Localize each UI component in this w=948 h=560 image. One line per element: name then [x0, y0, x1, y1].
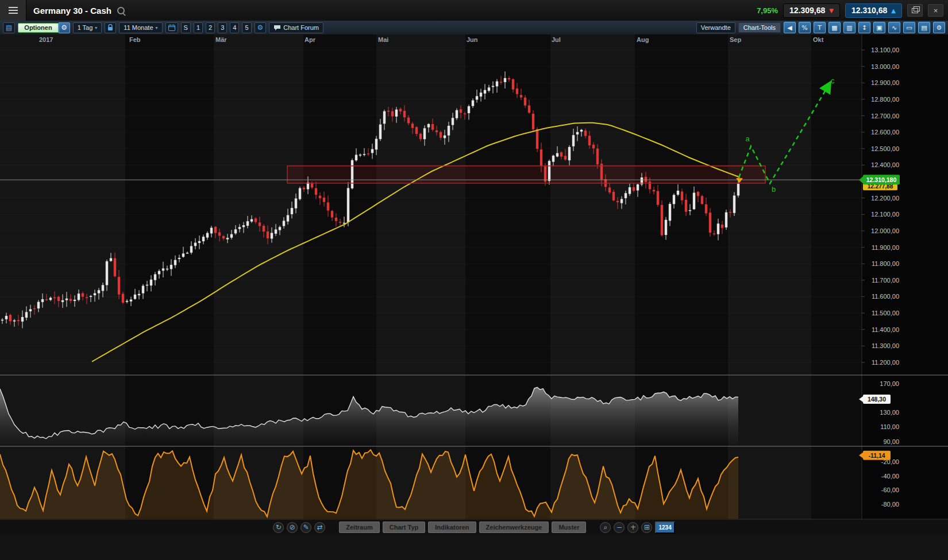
crosshair-icon[interactable]: ↕: [858, 22, 870, 33]
svg-text:-40,00: -40,00: [881, 473, 899, 480]
menu-chart-typ[interactable]: Chart Typ: [383, 522, 426, 533]
svg-text:12.400,00: 12.400,00: [871, 161, 899, 168]
title-bar: Germany 30 - Cash 7,95% 12.309,68 ▼ 12.3…: [0, 0, 948, 21]
zoom-icons: ⌕−+⊞1234: [600, 522, 675, 534]
period-dropdown[interactable]: 1 Tag▾: [73, 22, 102, 33]
lock-icon[interactable]: [105, 22, 116, 33]
sync-charts-icon[interactable]: ⇄: [314, 522, 325, 533]
zoom-level-buttons: 12345: [194, 22, 252, 33]
chart-settings-icon[interactable]: ⚙: [933, 22, 945, 33]
current-price-label: 12.310,180: [859, 175, 900, 184]
menu-icon[interactable]: [0, 0, 26, 21]
resistance-zone-fill: [287, 166, 765, 183]
svg-text:12.000,00: 12.000,00: [871, 227, 899, 234]
svg-text:b: b: [772, 185, 776, 194]
month-stripes: [0, 34, 862, 520]
buy-price-button[interactable]: 12.310,68 ▲: [845, 3, 902, 18]
svg-text:Mär: Mär: [215, 36, 227, 43]
zoom-level-2[interactable]: 2: [206, 22, 215, 33]
zoom-level-1[interactable]: 1: [194, 22, 203, 33]
svg-text:Sep: Sep: [730, 36, 741, 43]
svg-text:13.000,00: 13.000,00: [871, 63, 899, 70]
instrument-title: Germany 30 - Cash: [33, 6, 111, 16]
svg-text:c: c: [831, 76, 835, 85]
svg-text:130,00: 130,00: [880, 409, 899, 416]
back-icon[interactable]: ◀: [784, 22, 796, 33]
svg-text:11.500,00: 11.500,00: [872, 310, 899, 316]
candlestick-type-icon[interactable]: ▥: [843, 22, 855, 33]
drawing-mode-icons: ↻⊘✎⇄: [273, 522, 325, 533]
svg-text:11.700,00: 11.700,00: [872, 277, 899, 284]
svg-text:11.900,00: 11.900,00: [872, 244, 899, 251]
percent-scale-icon[interactable]: %: [799, 22, 811, 33]
zoom-tool-icon[interactable]: ⌕: [600, 522, 611, 533]
svg-text:12.200,00: 12.200,00: [871, 195, 899, 202]
svg-text:170,00: 170,00: [880, 380, 899, 387]
print-icon[interactable]: ▤: [918, 22, 930, 33]
menu-muster[interactable]: Muster: [552, 522, 586, 533]
zoom-level-3[interactable]: 3: [218, 22, 227, 33]
price-up-icon: ▲: [891, 7, 896, 14]
window-footer: [0, 535, 948, 560]
close-window-icon[interactable]: ×: [928, 4, 943, 17]
options-button[interactable]: Optionen: [18, 23, 58, 33]
svg-text:12.500,00: 12.500,00: [871, 145, 899, 152]
text-size-icon[interactable]: T: [814, 22, 826, 33]
svg-text:-11,14: -11,14: [868, 452, 885, 459]
calendar-icon[interactable]: [165, 22, 178, 33]
svg-text:-80,00: -80,00: [881, 501, 899, 508]
svg-text:12.700,00: 12.700,00: [871, 113, 899, 119]
gridlines-icon[interactable]: ▦: [828, 22, 841, 33]
chart-forum-button[interactable]: Chart Forum: [269, 22, 323, 33]
reset-zoom-icon[interactable]: ↻: [273, 522, 284, 533]
svg-text:12.900,00: 12.900,00: [871, 79, 899, 86]
value-labels-icon[interactable]: 1234: [655, 522, 675, 534]
change-percent: 7,95%: [757, 6, 778, 15]
svg-text:148,30: 148,30: [868, 396, 886, 403]
price-down-icon: ▼: [829, 7, 834, 14]
svg-text:110,00: 110,00: [880, 423, 899, 430]
options-gear-icon[interactable]: ⚙: [59, 22, 70, 33]
zoom-out-icon[interactable]: −: [614, 522, 625, 533]
menu-indikatoren[interactable]: Indikatoren: [428, 522, 476, 533]
verwandte-button[interactable]: Verwandte: [696, 22, 735, 33]
chart-area: 2017FebMärAprMaiJunJulAugSepOktabc13.100…: [0, 34, 948, 520]
svg-text:11.300,00: 11.300,00: [872, 342, 899, 349]
chart-menu-buttons: ZeitraumChart TypIndikatorenZeichenwerkz…: [339, 522, 586, 533]
search-icon[interactable]: [117, 7, 125, 14]
zoom-level-5[interactable]: 5: [242, 22, 251, 33]
pencil-icon[interactable]: ✎: [300, 522, 311, 533]
svg-text:11.800,00: 11.800,00: [872, 260, 899, 267]
menu-zeichenwerkzeuge[interactable]: Zeichenwerkzeuge: [479, 522, 549, 533]
svg-text:Jun: Jun: [467, 36, 478, 43]
svg-text:Apr: Apr: [305, 36, 316, 43]
trendline-icon[interactable]: ∿: [888, 22, 900, 33]
svg-text:Jul: Jul: [552, 36, 561, 43]
svg-text:Feb: Feb: [129, 36, 141, 43]
sell-price-button[interactable]: 12.309,68 ▼: [783, 3, 840, 18]
restore-window-icon[interactable]: [907, 4, 923, 17]
menu-zeitraum[interactable]: Zeitraum: [339, 522, 379, 533]
range-dropdown[interactable]: 11 Monate▾: [119, 22, 162, 33]
chart-panel-icon[interactable]: ▤: [3, 22, 15, 33]
rectangle-tool-icon[interactable]: ▭: [903, 22, 915, 33]
svg-text:2017: 2017: [39, 36, 53, 43]
compare-windows-icon[interactable]: ▣: [873, 22, 885, 33]
svg-text:a: a: [745, 134, 750, 143]
svg-text:Okt: Okt: [813, 36, 824, 43]
chart-tools-label[interactable]: Chart-Tools: [738, 22, 781, 33]
settings-gear-icon[interactable]: ⚙: [255, 22, 267, 33]
price-chart-canvas[interactable]: 2017FebMärAprMaiJunJulAugSepOktabc13.100…: [0, 34, 948, 520]
snapshot-button[interactable]: S: [181, 22, 191, 33]
svg-text:90,00: 90,00: [883, 438, 899, 445]
svg-text:Aug: Aug: [637, 36, 649, 43]
buy-price: 12.310,68: [851, 6, 887, 15]
svg-text:12.100,00: 12.100,00: [871, 211, 899, 218]
fit-view-icon[interactable]: ⊞: [641, 522, 652, 533]
svg-text:11.200,00: 11.200,00: [872, 359, 899, 366]
zoom-in-icon[interactable]: +: [627, 522, 638, 533]
zoom-level-4[interactable]: 4: [230, 22, 239, 33]
disable-drawing-icon[interactable]: ⊘: [287, 522, 298, 533]
svg-text:11.600,00: 11.600,00: [872, 293, 899, 300]
sell-price: 12.309,68: [789, 6, 825, 15]
